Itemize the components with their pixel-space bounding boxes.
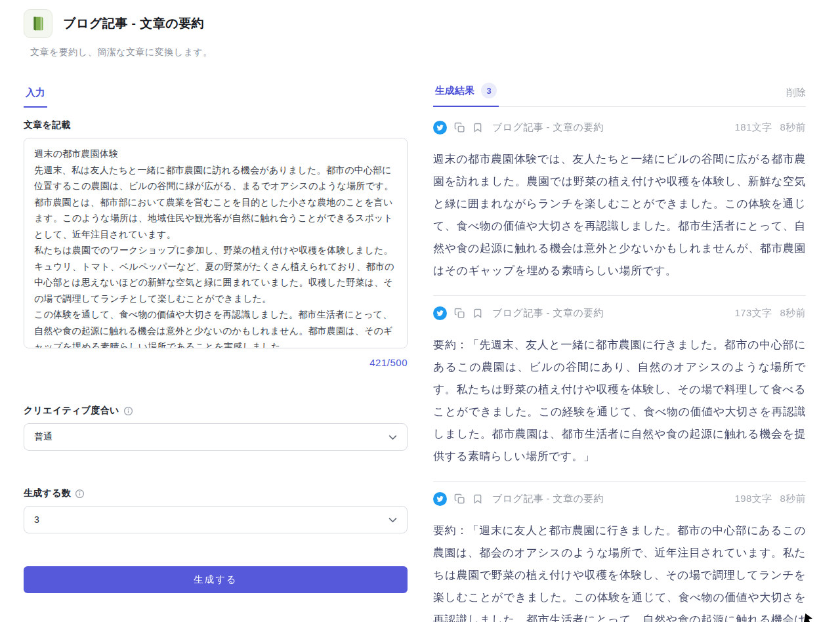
count-label: 生成する数 <box>24 487 408 499</box>
generate-button[interactable]: 生成する <box>24 566 408 593</box>
app-header: ブログ記事 - 文章の要約 <box>24 9 806 38</box>
source-textarea[interactable]: 週末の都市農園体験 先週末、私は友人たちと一緒に都市農園に訪れる機会がありました… <box>24 138 408 348</box>
source-text-label-text: 文章を記載 <box>24 119 71 131</box>
result-body: 要約：「先週末、友人と一緒に都市農園に行きました。都市の中心部にあるこの農園は、… <box>433 334 806 468</box>
results-panel: 生成結果 3 削除 <box>433 82 806 622</box>
result-card-meta: 198文字 8秒前 <box>734 493 806 505</box>
chevron-down-icon <box>388 514 397 525</box>
creativity-label: クリエイティブ度合い <box>24 405 408 417</box>
results-list: ブログ記事 - 文章の要約 181文字 8秒前 週末の都市農園体験では、友人たち… <box>433 107 806 622</box>
tab-results-label: 生成結果 <box>435 85 474 97</box>
creativity-label-text: クリエイティブ度合い <box>24 405 119 417</box>
creativity-select-value: 普通 <box>34 431 52 443</box>
twitter-icon[interactable] <box>433 121 447 135</box>
copy-icon[interactable] <box>454 493 465 505</box>
bookmark-icon[interactable] <box>472 493 483 505</box>
tab-results[interactable]: 生成結果 3 <box>433 83 499 107</box>
page-subtitle: 文章を要約し、簡潔な文章に変換します。 <box>30 47 806 58</box>
result-card-header: ブログ記事 - 文章の要約 173文字 8秒前 <box>433 306 806 320</box>
tab-input[interactable]: 入力 <box>24 87 47 108</box>
result-card-title: ブログ記事 - 文章の要約 <box>492 121 604 134</box>
green-book-icon <box>24 9 52 38</box>
result-card-header: ブログ記事 - 文章の要約 198文字 8秒前 <box>433 492 806 506</box>
result-char-count: 198文字 <box>734 493 772 505</box>
result-card-title: ブログ記事 - 文章の要約 <box>492 493 604 505</box>
result-timestamp: 8秒前 <box>780 493 806 505</box>
twitter-icon[interactable] <box>433 492 447 506</box>
count-select-value: 3 <box>34 514 39 525</box>
delete-button[interactable]: 削除 <box>786 87 806 106</box>
tab-input-label: 入力 <box>26 87 45 99</box>
result-card: ブログ記事 - 文章の要約 173文字 8秒前 要約：「先週末、友人と一緒に都市… <box>433 296 806 482</box>
creativity-select[interactable]: 普通 <box>24 423 408 451</box>
result-card: ブログ記事 - 文章の要約 181文字 8秒前 週末の都市農園体験では、友人たち… <box>433 107 806 296</box>
bookmark-icon[interactable] <box>472 308 483 319</box>
input-panel: 入力 文章を記載 週末の都市農園体験 先週末、私は友人たちと一緒に都市農園に訪れ… <box>24 82 408 622</box>
info-icon[interactable] <box>75 489 85 499</box>
info-icon[interactable] <box>123 406 133 416</box>
chevron-down-icon <box>388 432 397 442</box>
input-tabbar: 入力 <box>24 82 408 107</box>
content-columns: 入力 文章を記載 週末の都市農園体験 先週末、私は友人たちと一緒に都市農園に訪れ… <box>24 82 806 622</box>
copy-icon[interactable] <box>454 122 465 133</box>
page-title: ブログ記事 - 文章の要約 <box>63 15 204 32</box>
result-card: ブログ記事 - 文章の要約 198文字 8秒前 要約：「週末に友人と都市農園に行… <box>433 482 806 622</box>
result-card-header: ブログ記事 - 文章の要約 181文字 8秒前 <box>433 121 806 135</box>
char-count: 421/500 <box>24 357 408 368</box>
result-timestamp: 8秒前 <box>780 121 806 134</box>
copy-icon[interactable] <box>454 308 465 319</box>
count-select[interactable]: 3 <box>24 506 408 533</box>
result-card-title: ブログ記事 - 文章の要約 <box>492 307 604 320</box>
result-timestamp: 8秒前 <box>780 307 806 320</box>
result-body: 週末の都市農園体験では、友人たちと一緒にビルの谷間に広がる都市農園を訪れました。… <box>433 148 806 282</box>
result-char-count: 173文字 <box>734 307 772 320</box>
result-char-count: 181文字 <box>734 121 772 134</box>
twitter-icon[interactable] <box>433 306 447 320</box>
count-label-text: 生成する数 <box>24 487 71 499</box>
bookmark-icon[interactable] <box>472 122 483 133</box>
result-card-meta: 181文字 8秒前 <box>734 121 806 134</box>
results-tabbar: 生成結果 3 削除 <box>433 82 806 107</box>
results-count-badge: 3 <box>481 83 497 98</box>
app-page: ブログ記事 - 文章の要約 文章を要約し、簡潔な文章に変換します。 入力 文章を… <box>0 0 840 622</box>
result-body: 要約：「週末に友人と都市農園に行きました。都市の中心部にあるこの農園は、都会のオ… <box>433 520 806 622</box>
source-text-label: 文章を記載 <box>24 119 408 131</box>
result-card-meta: 173文字 8秒前 <box>734 307 806 320</box>
